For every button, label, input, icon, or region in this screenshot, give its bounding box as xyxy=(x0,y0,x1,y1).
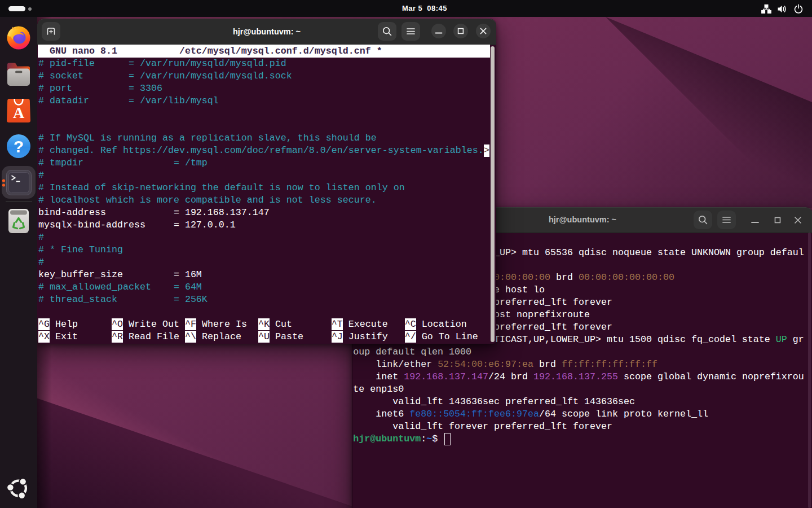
svg-text:?: ? xyxy=(14,137,24,156)
svg-text:A: A xyxy=(13,104,25,121)
